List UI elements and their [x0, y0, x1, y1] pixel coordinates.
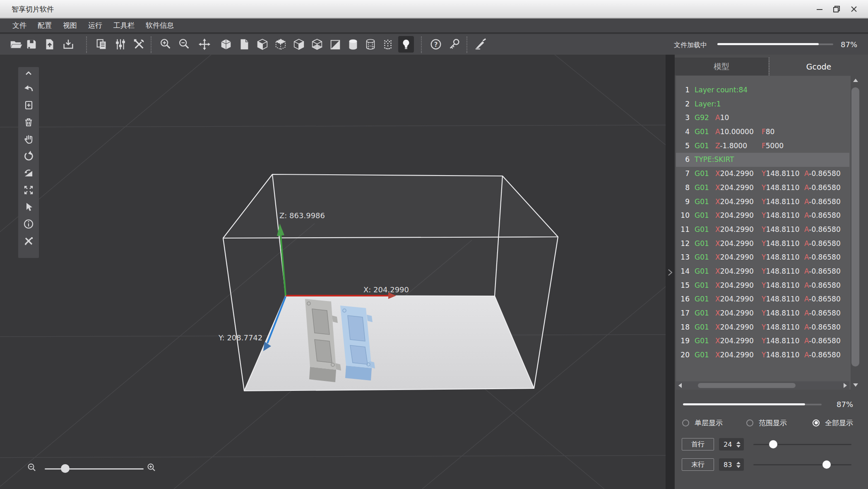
- collapse-up-button[interactable]: [20, 67, 37, 79]
- gcode-line[interactable]: 13G01X204.2990Y148.8110A-0.86580: [676, 251, 849, 265]
- save-button[interactable]: [24, 37, 38, 51]
- info-icon: [23, 219, 34, 229]
- view-cylinder-points-button[interactable]: [381, 37, 395, 51]
- tools-button[interactable]: [132, 37, 146, 51]
- view-cube-dashed-button[interactable]: [274, 37, 288, 51]
- radio-single-layer[interactable]: 单层显示: [682, 416, 723, 430]
- gcode-line[interactable]: 8G01X204.2990Y148.8110A-0.86580: [676, 181, 849, 195]
- gcode-line[interactable]: 1Layer count:84: [676, 83, 849, 97]
- spinner-arrows-icon[interactable]: [736, 441, 741, 448]
- edit-tools-icon: [23, 236, 34, 246]
- duplicate-button[interactable]: [94, 37, 108, 51]
- help-icon: ?: [429, 38, 442, 51]
- select-button[interactable]: [20, 198, 37, 215]
- gcode-line[interactable]: 20G01X204.2990Y148.8110A-0.86580: [676, 348, 849, 362]
- menu-about[interactable]: 软件信息: [146, 18, 174, 33]
- view-cube-open-button[interactable]: [310, 37, 324, 51]
- zoom-in-button[interactable]: [159, 37, 173, 51]
- scroll-right-icon[interactable]: [844, 383, 847, 388]
- menu-file[interactable]: 文件: [12, 18, 26, 33]
- tab-model[interactable]: 模型: [675, 58, 768, 75]
- gcode-vertical-scrollbar[interactable]: [851, 76, 860, 390]
- cut-tool-button[interactable]: [474, 37, 488, 51]
- undo-button[interactable]: [20, 79, 37, 96]
- view-cylinder-wire-button[interactable]: [363, 37, 377, 51]
- view-cube-solid-button[interactable]: [219, 37, 233, 51]
- view-cube-left-button[interactable]: [255, 37, 269, 51]
- close-button[interactable]: [847, 3, 861, 15]
- radio-range-display[interactable]: 范围显示: [746, 416, 787, 430]
- viewport-zoom-handle[interactable]: [61, 464, 70, 473]
- gcode-line[interactable]: 5G01Z-1.8000F5000: [676, 139, 849, 153]
- radio-show-all[interactable]: 全部显示: [813, 416, 853, 430]
- gcode-line[interactable]: 16G01X204.2990Y148.8110A-0.86580: [676, 292, 849, 306]
- tab-gcode[interactable]: Gcode: [769, 58, 868, 75]
- delete-button[interactable]: [20, 113, 37, 130]
- pan-button[interactable]: [20, 130, 37, 147]
- viewport-zoom-out-button[interactable]: [27, 463, 36, 475]
- edit-tools-button[interactable]: [20, 232, 37, 249]
- last-line-slider-track[interactable]: [753, 464, 851, 465]
- view-sheet-button[interactable]: [237, 37, 251, 51]
- open-file-button[interactable]: [9, 37, 23, 51]
- viewport-zoom-in-button[interactable]: [147, 463, 156, 475]
- first-line-slider-handle[interactable]: [769, 440, 777, 448]
- gcode-line[interactable]: 19G01X204.2990Y148.8110A-0.86580: [676, 334, 849, 348]
- fit-view-button[interactable]: [20, 181, 37, 198]
- gcode-horizontal-scrollbar[interactable]: [676, 381, 849, 390]
- gcode-line[interactable]: 14G01X204.2990Y148.8110A-0.86580: [676, 265, 849, 279]
- add-copy-button[interactable]: [20, 96, 37, 113]
- gcode-line[interactable]: 3G92A10: [676, 111, 849, 125]
- license-key-button[interactable]: [447, 37, 462, 51]
- menu-run[interactable]: 运行: [88, 18, 102, 33]
- viewport-zoom-track[interactable]: [45, 468, 144, 470]
- gcode-progress-fill[interactable]: [683, 403, 805, 405]
- move-view-button[interactable]: [197, 37, 212, 51]
- parameter-sliders-button[interactable]: [113, 37, 127, 51]
- first-line-slider-track[interactable]: [753, 444, 851, 445]
- view-cylinder-solid-button[interactable]: [346, 37, 360, 51]
- view-cube-front-button[interactable]: [292, 37, 306, 51]
- gcode-line[interactable]: 17G01X204.2990Y148.8110A-0.86580: [676, 306, 849, 320]
- horizontal-scroll-thumb[interactable]: [698, 383, 796, 388]
- gcode-line[interactable]: 4G01A10.00000F80: [676, 125, 849, 139]
- menu-config[interactable]: 配置: [38, 18, 52, 33]
- last-line-spinner[interactable]: 83: [719, 458, 744, 471]
- scroll-up-icon[interactable]: [853, 79, 858, 82]
- mirror-button[interactable]: [20, 164, 37, 181]
- gcode-line[interactable]: 9G01X204.2990Y148.8110A-0.86580: [676, 195, 849, 209]
- gcode-line[interactable]: 12G01X204.2990Y148.8110A-0.86580: [676, 237, 849, 251]
- viewport-3d[interactable]: Z: 863.9986 X: 204.2990 Y: 208.7742: [0, 55, 666, 489]
- view-cylinder-wire-icon: [364, 38, 377, 51]
- gcode-list[interactable]: 1Layer count:842Layer:13G92A104G01A10.00…: [676, 76, 860, 390]
- vertical-scroll-thumb[interactable]: [851, 87, 859, 366]
- gcode-line[interactable]: 11G01X204.2990Y148.8110A-0.86580: [676, 223, 849, 237]
- spinner-arrows-icon[interactable]: [736, 462, 741, 468]
- import-model-button[interactable]: [43, 37, 57, 51]
- panel-collapse-button[interactable]: [667, 268, 673, 277]
- first-line-spinner[interactable]: 24: [719, 438, 744, 450]
- gcode-line[interactable]: 7G01X204.2990Y148.8110A-0.86580: [676, 167, 849, 181]
- first-line-button[interactable]: 首行: [682, 438, 714, 450]
- rotate-button[interactable]: [20, 147, 37, 164]
- menu-view[interactable]: 视图: [63, 18, 77, 33]
- gcode-line[interactable]: 18G01X204.2990Y148.8110A-0.86580: [676, 320, 849, 335]
- gcode-line[interactable]: 2Layer:1: [676, 97, 849, 111]
- zoom-out-button[interactable]: [177, 37, 191, 51]
- restore-button[interactable]: [830, 3, 844, 15]
- last-line-slider-handle[interactable]: [822, 460, 831, 469]
- info-button[interactable]: [20, 215, 37, 232]
- gcode-line[interactable]: 15G01X204.2990Y148.8110A-0.86580: [676, 279, 849, 293]
- gcode-line[interactable]: 10G01X204.2990Y148.8110A-0.86580: [676, 209, 849, 223]
- scroll-down-icon[interactable]: [853, 383, 858, 387]
- help-button[interactable]: ?: [429, 37, 443, 51]
- export-gcode-button[interactable]: [61, 37, 75, 51]
- gcode-progress-track[interactable]: [805, 404, 822, 405]
- last-line-button[interactable]: 末行: [682, 458, 714, 471]
- view-cube-half-button[interactable]: [328, 37, 342, 51]
- light-button[interactable]: [398, 36, 414, 53]
- scroll-left-icon[interactable]: [678, 383, 682, 388]
- menu-toolbar[interactable]: 工具栏: [113, 18, 135, 33]
- minimize-button[interactable]: [813, 3, 827, 15]
- gcode-line[interactable]: 6TYPE:SKIRT: [676, 153, 849, 167]
